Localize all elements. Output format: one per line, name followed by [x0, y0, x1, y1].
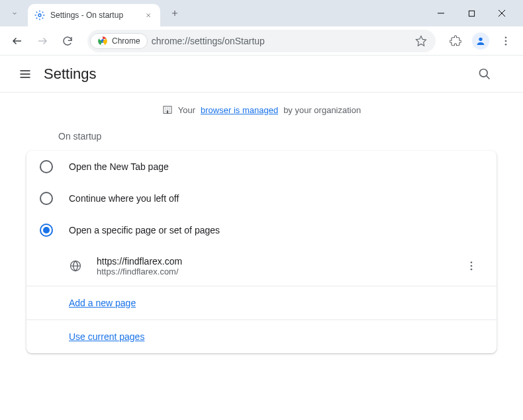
settings-gear-icon: [34, 10, 45, 21]
star-icon: [415, 35, 427, 47]
startup-card: Open the New Tab page Continue where you…: [26, 151, 497, 353]
tab-close-button[interactable]: [143, 10, 154, 21]
avatar: [472, 32, 489, 50]
chevron-down-icon: [11, 9, 19, 17]
page-entry-title: https://findflarex.com: [97, 256, 445, 267]
window-titlebar: Settings - On startup: [0, 0, 523, 26]
banner-suffix: by your organization: [283, 105, 361, 115]
svg-point-8: [480, 69, 488, 77]
tab-title: Settings - On startup: [50, 11, 138, 20]
extensions-icon: [450, 35, 461, 47]
close-window-button[interactable]: [493, 4, 511, 22]
close-icon: [498, 9, 506, 17]
maximize-icon: [468, 10, 475, 17]
add-page-row: Add a new page: [26, 286, 497, 319]
chrome-chip-label: Chrome: [112, 36, 140, 46]
page-more-button[interactable]: [459, 254, 483, 278]
radio-new-tab[interactable]: Open the New Tab page: [26, 151, 497, 183]
close-icon: [145, 12, 152, 19]
reload-icon: [62, 35, 73, 47]
chrome-logo-icon: [97, 36, 108, 46]
site-chip[interactable]: Chrome: [90, 33, 148, 49]
managed-link[interactable]: browser is managed: [201, 105, 278, 115]
back-button[interactable]: [7, 30, 28, 52]
svg-point-6: [505, 40, 507, 42]
window-controls: [432, 4, 518, 22]
radio-icon-selected: [40, 224, 53, 237]
arrow-right-icon: [36, 35, 48, 47]
search-settings-button[interactable]: [473, 62, 497, 86]
arrow-left-icon: [11, 35, 23, 47]
building-icon: [162, 105, 173, 115]
settings-content: Your browser is managed by your organiza…: [0, 93, 523, 365]
address-bar[interactable]: Chrome chrome://settings/onStartup: [87, 30, 436, 52]
page-info: https://findflarex.com https://findflare…: [97, 256, 445, 276]
svg-point-13: [471, 269, 473, 271]
profile-button[interactable]: [470, 30, 491, 52]
extensions-button[interactable]: [445, 30, 466, 52]
tab-search-dropdown[interactable]: [5, 4, 24, 22]
add-page-link[interactable]: Add a new page: [69, 298, 136, 308]
minimize-button[interactable]: [432, 4, 450, 22]
person-icon: [475, 36, 486, 46]
radio-specific-pages[interactable]: Open a specific page or set of pages: [26, 214, 497, 246]
svg-point-4: [479, 37, 482, 40]
startup-page-row: https://findflarex.com https://findflare…: [26, 246, 497, 286]
svg-point-12: [471, 265, 473, 267]
svg-point-0: [38, 14, 41, 17]
banner-prefix: Your: [178, 105, 195, 115]
maximize-button[interactable]: [462, 4, 481, 22]
use-current-row: Use current pages: [26, 319, 497, 353]
page-entry-url: https://findflarex.com/: [97, 267, 445, 276]
browser-toolbar: Chrome chrome://settings/onStartup: [0, 26, 523, 56]
use-current-link[interactable]: Use current pages: [69, 331, 144, 342]
search-icon: [478, 67, 491, 81]
svg-point-7: [505, 43, 507, 45]
radio-continue[interactable]: Continue where you left off: [26, 183, 497, 214]
three-dots-icon: [465, 260, 477, 272]
browser-tab[interactable]: Settings - On startup: [28, 4, 160, 26]
settings-menu-button[interactable]: [13, 62, 37, 86]
svg-point-11: [471, 261, 473, 263]
radio-label: Open the New Tab page: [69, 161, 169, 172]
svg-point-5: [505, 36, 507, 38]
url-text: chrome://settings/onStartup: [152, 36, 406, 46]
new-tab-button[interactable]: [166, 4, 184, 22]
radio-label: Open a specific page or set of pages: [69, 225, 220, 235]
plus-icon: [170, 9, 179, 18]
bookmark-button[interactable]: [410, 30, 432, 52]
menu-button[interactable]: [495, 30, 516, 52]
forward-button[interactable]: [32, 30, 53, 52]
radio-icon: [40, 192, 53, 205]
svg-rect-1: [469, 11, 474, 16]
reload-button[interactable]: [57, 30, 78, 52]
radio-label: Continue where you left off: [69, 193, 179, 204]
three-dots-icon: [500, 35, 512, 47]
settings-header: Settings: [0, 56, 523, 93]
section-title: On startup: [26, 126, 497, 147]
radio-icon: [40, 160, 53, 173]
minimize-icon: [437, 9, 445, 17]
managed-banner: Your browser is managed by your organiza…: [26, 105, 497, 115]
globe-icon: [69, 259, 82, 273]
page-title: Settings: [44, 65, 97, 83]
hamburger-icon: [19, 67, 32, 81]
